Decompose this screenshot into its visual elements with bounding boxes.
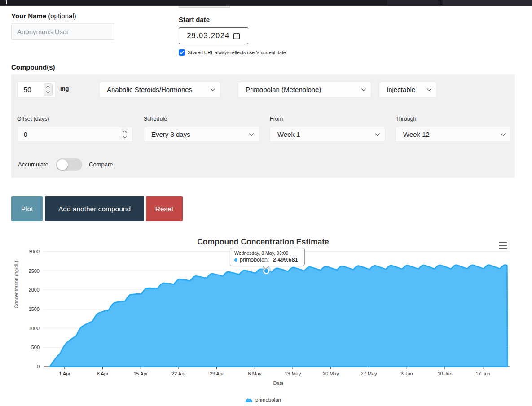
start-date-input[interactable]: 29.03.2024 — [179, 27, 248, 44]
tooltip-series-name: primobolan: — [240, 257, 271, 263]
y-tick-label: 1500 — [21, 306, 40, 312]
name-input[interactable]: Anonymous User — [11, 23, 114, 40]
x-tick-label: 3 Jun — [392, 371, 421, 376]
legend-area-icon — [245, 397, 253, 402]
legend-label: primobolan — [255, 397, 281, 402]
stepper-up-icon — [123, 131, 126, 134]
plot-button[interactable]: Plot — [11, 196, 43, 221]
start-date-label: Start date — [179, 16, 210, 23]
steroid-plotter-page: Your Name (optional) Anonymous User Star… — [0, 0, 532, 406]
y-tick-label: 1000 — [21, 326, 40, 331]
offset-value: 0 — [24, 131, 27, 138]
y-tick-label: 500 — [21, 345, 40, 350]
dose-amount-input[interactable]: 50 — [17, 81, 56, 98]
chevron-down-icon — [501, 131, 506, 136]
x-tick-label: 17 Jun — [469, 371, 497, 376]
x-tick-label: 13 May — [278, 371, 307, 376]
chevron-down-icon — [375, 131, 380, 136]
chevron-down-icon — [361, 87, 366, 91]
stepper-down-icon — [46, 90, 50, 93]
x-tick-label: 27 May — [355, 371, 383, 376]
through-label: Through — [396, 116, 417, 122]
calendar-icon[interactable] — [233, 32, 240, 39]
share-url-checkbox[interactable] — [179, 49, 185, 56]
check-icon — [180, 51, 184, 55]
offset-stepper[interactable] — [121, 129, 128, 140]
x-tick-label: 20 May — [317, 371, 345, 376]
legend-item-primobolan[interactable]: primobolan — [0, 397, 526, 402]
stepper-down-icon — [123, 135, 126, 138]
schedule-select[interactable]: Every 3 days — [144, 127, 259, 142]
accumulate-compare-toggle[interactable] — [56, 158, 82, 171]
concentration-chart: Compound Concentration Estimate Concentr… — [0, 232, 532, 406]
text-cursor-caret — [6, 0, 7, 4]
offset-label: Offset (days) — [17, 116, 49, 122]
compound-select[interactable]: Primobolan (Metenolone) — [238, 82, 371, 97]
x-tick-label: 1 Apr — [50, 371, 79, 376]
share-url-checkbox-label: Shared URL always reflects user's curren… — [188, 50, 286, 55]
browser-tab[interactable] — [387, 0, 438, 6]
x-axis-title: Date — [0, 380, 532, 386]
start-date-value: 29.03.2024 — [187, 32, 229, 40]
category-select[interactable]: Anabolic Steroids/Hormones — [99, 82, 220, 97]
browser-topbar-segment — [443, 0, 532, 6]
dose-amount-value: 50 — [24, 86, 31, 93]
dose-stepper[interactable] — [44, 83, 53, 96]
y-tick-label: 2000 — [21, 287, 40, 292]
schedule-label: Schedule — [144, 116, 167, 122]
stepper-up-icon — [46, 86, 50, 89]
x-tick-label: 8 Apr — [88, 371, 117, 376]
y-axis-title: Concentration (ng/dL) — [13, 249, 19, 320]
add-compound-button[interactable]: Add another compound — [45, 196, 144, 221]
your-name-label: Your Name (optional) — [11, 12, 76, 20]
x-tick-label: 10 Jun — [431, 371, 459, 376]
y-tick-label: 0 — [21, 364, 40, 369]
y-tick-label: 3000 — [21, 249, 40, 254]
form-select[interactable]: Injectable — [379, 82, 437, 97]
tooltip-date: Wednesday, 8 May, 03:00 — [234, 250, 300, 256]
through-week-select[interactable]: Week 12 — [396, 127, 511, 142]
chart-tooltip: Wednesday, 8 May, 03:00 primobolan: 2 49… — [230, 248, 305, 266]
toggle-knob — [57, 159, 68, 170]
name-input-placeholder: Anonymous User — [17, 28, 69, 35]
chevron-down-icon — [427, 87, 431, 91]
y-tick-label: 2500 — [21, 268, 40, 274]
accumulate-label: Accumulate — [18, 161, 48, 168]
tooltip-value: 2 499.681 — [273, 257, 298, 263]
compounds-section-title: Compound(s) — [11, 63, 55, 71]
clipped-field-above-fold — [179, 6, 230, 8]
chevron-down-icon — [249, 131, 254, 136]
x-tick-label: 15 Apr — [126, 371, 155, 376]
dose-unit-label: mg — [60, 85, 69, 92]
x-tick-label: 29 Apr — [202, 371, 231, 376]
reset-button[interactable]: Reset — [146, 196, 183, 221]
compare-label: Compare — [89, 161, 113, 168]
x-tick-label: 22 Apr — [164, 371, 193, 376]
x-tick-label: 6 May — [241, 371, 269, 376]
chevron-down-icon — [211, 87, 215, 91]
series-area-primobolan — [50, 265, 507, 367]
tooltip-series-dot — [234, 258, 237, 262]
offset-input[interactable]: 0 — [17, 127, 132, 142]
from-label: From — [270, 116, 283, 122]
topbar-divider — [439, 1, 439, 5]
from-week-select[interactable]: Week 1 — [270, 127, 385, 142]
